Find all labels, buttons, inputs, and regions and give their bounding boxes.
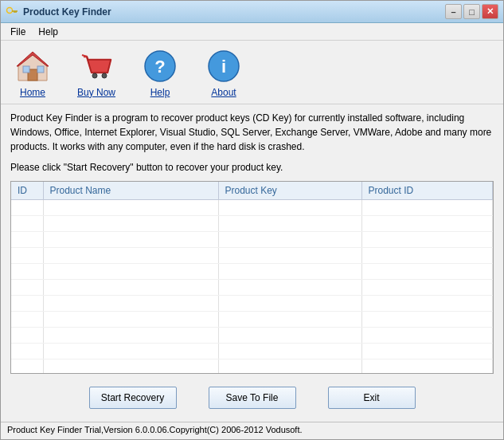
button-row: Start Recovery Save To File Exit bbox=[10, 380, 494, 415]
results-table: ID Product Name Product Key Product ID bbox=[11, 182, 493, 374]
col-header-product-key: Product Key bbox=[218, 182, 361, 200]
toolbar-about-label: About bbox=[211, 87, 236, 98]
svg-line-11 bbox=[82, 55, 87, 57]
table-row bbox=[11, 328, 493, 344]
table-row bbox=[11, 232, 493, 248]
home-icon bbox=[14, 47, 52, 85]
toolbar-home-button[interactable]: Home bbox=[9, 47, 57, 98]
menu-help[interactable]: Help bbox=[32, 25, 64, 39]
toolbar: Home Buy Now bbox=[1, 41, 503, 104]
table-body bbox=[11, 200, 493, 375]
table-row bbox=[11, 248, 493, 264]
status-bar: Product Key Finder Trial,Version 6.0.0.0… bbox=[1, 422, 503, 439]
save-to-file-button[interactable]: Save To File bbox=[209, 387, 296, 409]
svg-rect-8 bbox=[37, 66, 44, 73]
title-bar-icon bbox=[6, 6, 18, 18]
content-area: Product Key Finder is a program to recov… bbox=[1, 104, 503, 422]
col-header-id: ID bbox=[11, 182, 43, 200]
table-row bbox=[11, 280, 493, 296]
close-button[interactable]: ✕ bbox=[482, 4, 498, 19]
svg-text:?: ? bbox=[154, 57, 165, 77]
toolbar-buynow-button[interactable]: Buy Now bbox=[72, 47, 120, 98]
table-header-row: ID Product Name Product Key Product ID bbox=[11, 182, 493, 200]
main-window: Product Key Finder – □ ✕ File Help bbox=[0, 0, 504, 440]
table-row bbox=[11, 344, 493, 359]
svg-point-10 bbox=[102, 73, 107, 78]
toolbar-about-button[interactable]: i About bbox=[200, 47, 248, 98]
description-text: Product Key Finder is a program to recov… bbox=[10, 111, 494, 154]
table-row bbox=[11, 296, 493, 312]
results-table-container: ID Product Name Product Key Product ID bbox=[10, 181, 494, 374]
exit-button[interactable]: Exit bbox=[328, 387, 416, 409]
about-icon: i bbox=[205, 47, 243, 85]
table-row bbox=[11, 200, 493, 216]
table-row bbox=[11, 359, 493, 375]
window-title: Product Key Finder bbox=[23, 6, 445, 18]
col-header-product-name: Product Name bbox=[43, 182, 218, 200]
instruction-text: Please click "Start Recovery" button to … bbox=[10, 160, 494, 175]
minimize-button[interactable]: – bbox=[445, 4, 462, 19]
table-row bbox=[11, 264, 493, 280]
title-bar-buttons: – □ ✕ bbox=[445, 4, 498, 19]
help-icon: ? bbox=[141, 47, 179, 85]
svg-text:i: i bbox=[221, 57, 226, 77]
table-row bbox=[11, 216, 493, 232]
toolbar-home-label: Home bbox=[20, 87, 45, 98]
title-bar: Product Key Finder – □ ✕ bbox=[1, 1, 503, 23]
svg-rect-7 bbox=[23, 66, 29, 73]
menu-file[interactable]: File bbox=[4, 25, 32, 39]
status-text: Product Key Finder Trial,Version 6.0.0.0… bbox=[7, 425, 303, 434]
maximize-button[interactable]: □ bbox=[463, 4, 480, 19]
table-row bbox=[11, 312, 493, 328]
menu-bar: File Help bbox=[1, 23, 503, 41]
toolbar-help-label: Help bbox=[150, 87, 170, 98]
svg-point-0 bbox=[7, 7, 13, 13]
svg-point-9 bbox=[92, 73, 97, 78]
start-recovery-button[interactable]: Start Recovery bbox=[89, 387, 177, 409]
toolbar-help-button[interactable]: ? Help bbox=[136, 47, 184, 98]
cart-icon bbox=[77, 47, 115, 85]
col-header-product-id: Product ID bbox=[361, 182, 493, 200]
toolbar-buynow-label: Buy Now bbox=[77, 87, 115, 98]
